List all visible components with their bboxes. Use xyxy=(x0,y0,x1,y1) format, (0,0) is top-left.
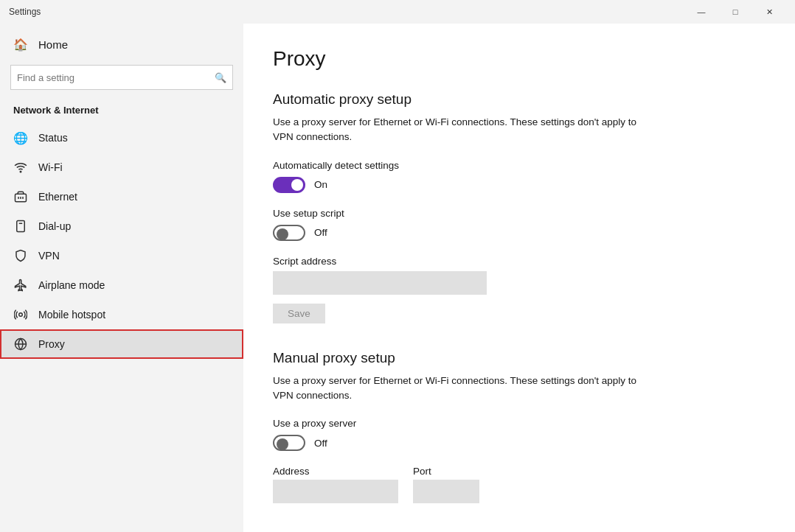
address-label: Address xyxy=(273,466,398,477)
airplane-icon xyxy=(13,278,28,293)
use-proxy-toggle[interactable] xyxy=(273,435,305,451)
sidebar-item-label: Mobile hotspot xyxy=(38,309,105,321)
search-icon: 🔍 xyxy=(215,72,226,83)
ethernet-icon xyxy=(13,189,28,204)
save-button[interactable]: Save xyxy=(273,304,325,323)
port-label: Port xyxy=(413,466,479,477)
svg-rect-5 xyxy=(17,221,25,232)
minimize-button[interactable]: — xyxy=(684,0,718,24)
sidebar-item-proxy[interactable]: Proxy xyxy=(0,329,243,359)
address-port-row: Address Port xyxy=(273,466,760,503)
use-proxy-thumb xyxy=(277,438,288,450)
setup-script-toggle-row: Off xyxy=(273,225,760,241)
title-bar: Settings — □ ✕ xyxy=(0,0,795,24)
setup-script-label: Use setup script xyxy=(273,208,760,219)
page-title: Proxy xyxy=(273,47,760,71)
auto-detect-toggle[interactable] xyxy=(273,177,305,193)
sidebar-item-dialup[interactable]: Dial-up xyxy=(0,211,243,241)
sidebar-item-hotspot[interactable]: Mobile hotspot xyxy=(0,300,243,329)
wifi-icon xyxy=(13,160,28,175)
proxy-icon xyxy=(13,337,28,351)
sidebar-item-label: Airplane mode xyxy=(38,279,105,291)
address-col: Address xyxy=(273,466,398,503)
sidebar-item-wifi[interactable]: Wi-Fi xyxy=(0,153,243,182)
svg-point-7 xyxy=(19,313,23,317)
sidebar-item-airplane[interactable]: Airplane mode xyxy=(0,270,243,300)
search-input[interactable] xyxy=(17,72,215,83)
sidebar-item-label: Wi-Fi xyxy=(38,161,63,173)
sidebar-item-vpn[interactable]: VPN xyxy=(0,241,243,270)
sidebar-item-status[interactable]: 🌐 Status xyxy=(0,123,243,153)
app-title: Settings xyxy=(9,7,41,17)
auto-section-desc: Use a proxy server for Ethernet or Wi-Fi… xyxy=(273,115,642,145)
use-proxy-toggle-row: Off xyxy=(273,435,760,451)
use-proxy-state: Off xyxy=(314,438,327,449)
script-address-input[interactable] xyxy=(273,271,487,295)
setup-script-state: Off xyxy=(314,227,327,238)
home-icon: 🏠 xyxy=(13,37,28,52)
auto-section-title: Automatic proxy setup xyxy=(273,91,760,108)
address-input[interactable] xyxy=(273,480,398,503)
hotspot-icon xyxy=(13,307,28,322)
content-area: Proxy Automatic proxy setup Use a proxy … xyxy=(243,24,795,532)
sidebar-home[interactable]: 🏠 Home xyxy=(0,29,243,59)
auto-detect-toggle-row: On xyxy=(273,177,760,193)
window-controls: — □ ✕ xyxy=(684,0,786,24)
vpn-icon xyxy=(13,248,28,263)
search-box: 🔍 xyxy=(10,65,233,90)
manual-section-title: Manual proxy setup xyxy=(273,350,760,366)
sidebar-item-label: VPN xyxy=(38,250,60,262)
sidebar-home-label: Home xyxy=(38,38,68,51)
maximize-button[interactable]: □ xyxy=(718,0,752,24)
sidebar-item-label: Ethernet xyxy=(38,191,77,203)
sidebar: 🏠 Home 🔍 Network & Internet 🌐 Status Wi-… xyxy=(0,24,243,532)
svg-point-0 xyxy=(20,171,21,172)
sidebar-item-label: Status xyxy=(38,132,68,144)
status-icon: 🌐 xyxy=(13,130,28,145)
use-proxy-label: Use a proxy server xyxy=(273,418,760,429)
sidebar-item-label: Dial-up xyxy=(38,220,71,232)
setup-script-thumb xyxy=(277,228,288,240)
manual-section-desc: Use a proxy server for Ethernet or Wi-Fi… xyxy=(273,374,642,404)
auto-detect-label: Automatically detect settings xyxy=(273,160,760,171)
port-col: Port xyxy=(413,466,479,503)
section-heading: Network & Internet xyxy=(0,100,243,123)
dialup-icon xyxy=(13,219,28,234)
script-address-label: Script address xyxy=(273,256,760,267)
sidebar-item-label: Proxy xyxy=(38,338,65,350)
app-body: 🏠 Home 🔍 Network & Internet 🌐 Status Wi-… xyxy=(0,24,795,532)
auto-detect-thumb xyxy=(291,179,303,191)
close-button[interactable]: ✕ xyxy=(752,0,786,24)
sidebar-item-ethernet[interactable]: Ethernet xyxy=(0,182,243,211)
port-input[interactable] xyxy=(413,480,479,503)
auto-detect-state: On xyxy=(314,179,327,190)
setup-script-toggle[interactable] xyxy=(273,225,305,241)
